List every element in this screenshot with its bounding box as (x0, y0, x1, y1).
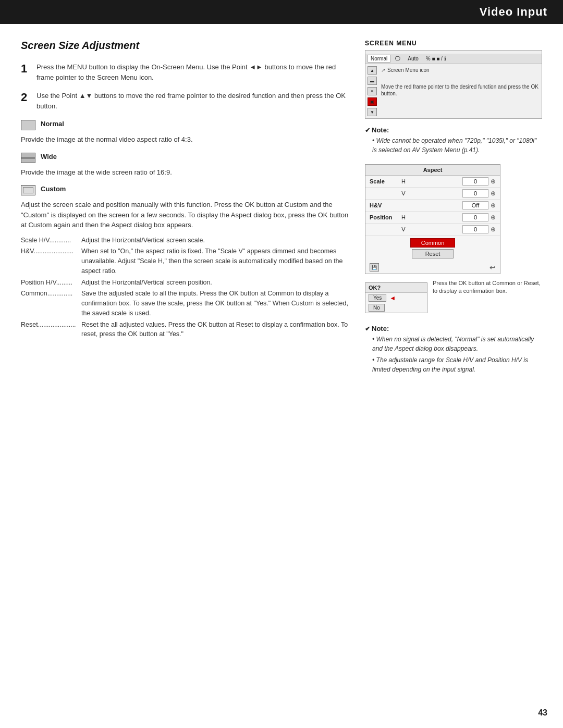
aspect-reset-button[interactable]: Reset (412, 249, 454, 258)
aspect-dialog: Aspect Scale H 0 ⊕ V 0 ⊕ H&V Off ⊕ (365, 164, 500, 274)
menu-bar-icon1: 🖵 (393, 55, 403, 62)
description-table: Scale H/V............ Adjust the Horizon… (21, 236, 349, 340)
aspect-scale-h-row: Scale H 0 ⊕ (365, 176, 500, 188)
note-2-item-1: When no signal is detected, "Normal" is … (372, 335, 542, 353)
aspect-scale-v-arrow: ⊕ (491, 190, 496, 197)
confirm-dialog-title: OK? (365, 283, 427, 293)
left-column: Screen Size Adjustment 1 Press the MENU … (21, 40, 349, 384)
wide-desc: Provide the image at the wide screen rat… (21, 167, 349, 178)
screen-menu-diagram: Normal 🖵 Auto % ■ ■ / ℹ ▲ ▬ ≡ ▣ ▼ ↗ (365, 50, 542, 119)
aspect-pos-h-value: 0 (462, 213, 488, 221)
aspect-hv-value: Off (462, 201, 488, 209)
menu-eq-icon: ≡ (368, 87, 377, 95)
step-2: 2 Use the Point ▲▼ buttons to move the r… (21, 91, 349, 111)
desc-val-common: Save the adjusted scale to all the input… (81, 289, 349, 318)
aspect-common-button[interactable]: Common (410, 238, 456, 248)
desc-key-hv: H&V...................... (21, 246, 78, 256)
aspect-hv-row: H&V Off ⊕ (365, 200, 500, 212)
note-2: Note: When no signal is detected, "Norma… (365, 325, 542, 374)
menu-bar-normal: Normal (368, 55, 390, 63)
pointer-annotation-line: Move the red frame pointer to the desire… (381, 83, 540, 97)
pointer-annotation-text: Move the red frame pointer to the desire… (381, 83, 540, 97)
aspect-dialog-title: Aspect (365, 165, 500, 176)
aspect-pos-v-sub: V (398, 226, 409, 232)
desc-val-scalehv: Adjust the Horizontal/Vertical screen sc… (81, 236, 349, 245)
step-2-text: Use the Point ▲▼ buttons to move the red… (36, 91, 349, 111)
desc-row-hv: H&V...................... When set to "O… (21, 246, 349, 276)
menu-up-icon: ▲ (368, 66, 377, 75)
desc-key-positionhv: Position H/V......... (21, 278, 78, 288)
aspect-back-arrow: ↩ (489, 263, 496, 272)
confirm-arrow-icon: ◄ (389, 294, 396, 302)
aspect-pos-h-arrow: ⊕ (491, 214, 496, 221)
page-title: Screen Size Adjustment (21, 40, 349, 52)
right-column: SCREEN MENU Normal 🖵 Auto % ■ ■ / ℹ ▲ ▬ … (365, 40, 542, 384)
page-header: Video Input (0, 0, 563, 24)
aspect-hv-arrow: ⊕ (491, 202, 496, 209)
desc-key-scalehv: Scale H/V............ (21, 236, 78, 245)
menu-bar-icons: % ■ ■ / ℹ (423, 55, 449, 62)
menu-film-icon: ▬ (368, 77, 377, 85)
desc-key-reset: Reset..................... (21, 320, 78, 330)
aspect-pos-v-row: V 0 ⊕ (365, 224, 500, 236)
normal-icon (21, 120, 35, 130)
screen-menu-icon-annotation: ↗ Screen Menu icon (381, 67, 540, 73)
mode-normal: Normal (21, 119, 349, 130)
note-1-title: Note: (365, 126, 542, 134)
aspect-scale-v-value: 0 (462, 189, 488, 198)
desc-val-positionhv: Adjust the Horizontal/Vertical screen po… (81, 278, 349, 288)
note-2-label: Note: (372, 325, 389, 332)
custom-label: Custom (41, 184, 66, 194)
aspect-hv-label: H&V (370, 202, 398, 208)
wide-icon (21, 153, 35, 163)
aspect-pos-v-arrow: ⊕ (491, 226, 496, 233)
desc-row-reset: Reset..................... Reset the all… (21, 320, 349, 340)
aspect-scale-label: Scale (370, 178, 398, 184)
aspect-icon-row: 💾 ↩ (365, 261, 500, 274)
confirm-dialog: OK? Yes ◄ No (365, 282, 427, 313)
mode-wide: Wide (21, 152, 349, 163)
desc-key-common: Common.............. (21, 289, 78, 299)
aspect-scale-v-row: V 0 ⊕ (365, 188, 500, 200)
desc-row-scalehv: Scale H/V............ Adjust the Horizon… (21, 236, 349, 245)
confirm-area: OK? Yes ◄ No Press the OK button at Comm… (365, 279, 542, 316)
save-icon: 💾 (370, 263, 379, 272)
desc-row-positionhv: Position H/V......... Adjust the Horizon… (21, 278, 349, 288)
custom-icon (21, 185, 35, 195)
aspect-button-row: Common Reset (365, 236, 500, 261)
confirm-annotation-text: Press the OK button at Common or Reset, … (433, 279, 542, 295)
aspect-scale-h-value: 0 (462, 177, 488, 186)
step-1-text: Press the MENU button to display the On-… (36, 62, 349, 82)
note-2-item-2: The adjustable range for Scale H/V and P… (372, 355, 542, 374)
page-number: 43 (538, 708, 547, 718)
normal-desc: Provide the image at the normal video as… (21, 134, 349, 145)
screen-menu-pointer-annotation: Move the red frame pointer to the desire… (381, 83, 540, 97)
desc-val-hv: When set to "On," the aspect ratio is fi… (81, 246, 349, 276)
menu-bar-auto: Auto (405, 55, 421, 62)
aspect-pos-h-sub: H (398, 214, 409, 220)
confirm-no-button[interactable]: No (369, 304, 385, 312)
aspect-v-sub: V (398, 190, 409, 196)
desc-val-reset: Reset the all adjusted values. Press the… (81, 320, 349, 340)
screen-menu-icon-text: Screen Menu icon (387, 67, 430, 73)
note-1-text: Wide cannot be operated when "720p," "10… (365, 136, 542, 155)
mode-custom: Custom (21, 184, 349, 195)
step-1-number: 1 (21, 62, 30, 76)
aspect-h-sub: H (398, 178, 409, 184)
note-2-text: When no signal is detected, "Normal" is … (365, 335, 542, 374)
aspect-pos-h-row: Position H 0 ⊕ (365, 212, 500, 224)
aspect-pos-label: Position (370, 214, 398, 220)
aspect-scale-h-arrow: ⊕ (491, 178, 496, 185)
header-title: Video Input (480, 5, 547, 18)
step-1: 1 Press the MENU button to display the O… (21, 62, 349, 82)
note-1: Note: Wide cannot be operated when "720p… (365, 126, 542, 155)
menu-diagram-body: ▲ ▬ ≡ ▣ ▼ ↗ Screen Menu icon Move the re… (365, 64, 542, 118)
menu-diagram-right: ↗ Screen Menu icon Move the red frame po… (381, 66, 540, 99)
normal-label: Normal (41, 119, 64, 129)
custom-desc: Adjust the screen scale and position man… (21, 200, 349, 230)
wide-label: Wide (41, 152, 57, 162)
note-1-label: Note: (372, 126, 389, 134)
note-1-item-1: Wide cannot be operated when "720p," "10… (372, 136, 542, 155)
menu-bar: Normal 🖵 Auto % ■ ■ / ℹ (365, 54, 542, 64)
confirm-yes-button[interactable]: Yes (369, 294, 386, 302)
